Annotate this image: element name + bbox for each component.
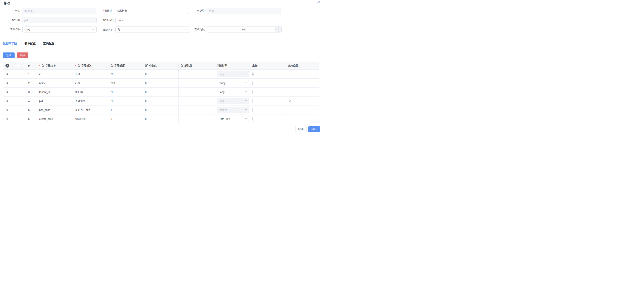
field-table-desc: *表描述 [92, 8, 189, 14]
cell-drag-sort [3, 78, 14, 88]
cell-index: 2 [26, 78, 37, 88]
tree-display-column-input[interactable] [116, 17, 190, 23]
cell-default[interactable] [178, 106, 214, 114]
paging-select[interactable]: 是 [116, 26, 190, 32]
cell-decimal[interactable]: 0 [143, 96, 178, 106]
table-header-row: ? # *字段名称 *字段描述 字段长度 小数点 默认值 字段类型 主键 允许空… [3, 62, 319, 70]
table-desc-input[interactable] [114, 8, 189, 14]
cell-index: 1 [26, 70, 37, 78]
cell-field-name[interactable]: has_child [37, 106, 73, 114]
tab-query-config[interactable]: 查询配置 [43, 42, 54, 45]
cell-field-length[interactable]: 20 [108, 88, 143, 96]
primary-key-checkbox[interactable] [252, 117, 253, 120]
cell-field-length[interactable]: 0 [108, 114, 143, 124]
caret-down-icon [245, 100, 247, 102]
drag-sort-icon[interactable] [6, 100, 8, 103]
cell-primary-key [250, 70, 286, 78]
row-checkbox [16, 72, 17, 76]
cell-decimal[interactable]: 0 [143, 114, 178, 124]
field-tree-pid: *树父ID [2, 17, 96, 23]
field-type-select[interactable]: Long [217, 89, 249, 95]
required-mark: * [75, 64, 76, 67]
cell-default[interactable] [178, 70, 214, 78]
drag-sort-icon[interactable] [6, 118, 8, 120]
tab-divider [3, 48, 319, 48]
field-type-select: Integer [217, 107, 249, 113]
field-type-select[interactable]: DateTime [217, 116, 249, 122]
table-type-select[interactable]: 树表 [206, 8, 281, 14]
cell-field-desc[interactable]: 上级节点 [73, 96, 108, 106]
table-body: 1id主键200Long2name名称2000String3tenant_id租… [3, 70, 319, 124]
field-table-name: *表名 [2, 8, 96, 14]
tab-database-fields[interactable]: 数据库字段 [3, 42, 17, 45]
required-mark: * [103, 9, 104, 12]
cell-field-length[interactable]: 200 [108, 78, 143, 88]
cell-row-select [14, 114, 26, 124]
cell-index: 5 [26, 106, 37, 114]
cell-field-length[interactable]: 20 [108, 96, 143, 106]
cell-decimal[interactable]: 0 [143, 78, 178, 88]
cell-field-desc[interactable]: 租户ID [73, 88, 108, 96]
cell-default[interactable] [178, 96, 214, 106]
row-checkbox[interactable] [16, 82, 17, 85]
cell-field-desc[interactable]: 创建时间 [73, 114, 108, 124]
caret-down-icon [245, 118, 247, 120]
drag-sort-icon[interactable] [6, 73, 8, 76]
form-layout-select[interactable]: 一列 [22, 26, 96, 32]
cell-field-desc[interactable]: 名称 [73, 78, 108, 88]
field-type-select[interactable]: String [217, 80, 249, 86]
drag-sort-icon[interactable] [6, 82, 8, 85]
select-all-checkbox[interactable] [16, 64, 20, 67]
primary-key-checkbox[interactable] [252, 82, 253, 85]
drag-sort-icon[interactable] [6, 91, 8, 94]
primary-key-checkbox [252, 99, 253, 103]
cell-field-name[interactable]: name [37, 78, 73, 88]
cell-drag-sort [3, 88, 14, 96]
cell-decimal[interactable]: 0 [143, 106, 178, 114]
row-checkbox[interactable] [16, 117, 17, 120]
cell-field-desc[interactable]: 是否有子节点 [73, 106, 108, 114]
cell-field-name[interactable]: tenant_id [37, 88, 73, 96]
table-name-input[interactable] [22, 8, 96, 14]
field-label: *表名 [2, 8, 22, 14]
primary-key-checkbox[interactable] [252, 90, 253, 94]
close-icon[interactable]: ✕ [317, 0, 320, 4]
nullable-checkbox[interactable] [288, 117, 288, 120]
step-up-button[interactable] [276, 27, 282, 30]
cell-nullable [286, 88, 319, 96]
confirm-button[interactable]: 确定 [308, 126, 320, 132]
cell-field-length[interactable]: 20 [108, 70, 143, 78]
cell-index: 6 [26, 114, 37, 124]
cancel-button[interactable]: 取消 [295, 126, 306, 132]
cell-default[interactable] [178, 114, 214, 124]
cell-field-name[interactable]: pid [37, 96, 73, 106]
row-checkbox[interactable] [16, 90, 17, 94]
help-icon[interactable]: ? [6, 64, 9, 68]
cell-default[interactable] [178, 78, 214, 88]
tab-form-config[interactable]: 表单配置 [24, 42, 36, 45]
cell-drag-sort [3, 106, 14, 114]
cell-field-length[interactable]: 1 [108, 106, 143, 114]
drag-sort-icon[interactable] [6, 109, 8, 112]
delete-button[interactable]: 删除 [16, 52, 28, 58]
header-index: # [26, 62, 37, 70]
tree-parent-id-input[interactable] [22, 17, 96, 23]
edit-table-dialog: 修改 ✕ *表名 *表描述 表类型 树表 *树父ID *树展示列 表单布局 一列… [0, 0, 322, 146]
header-field-type: 字段类型 [214, 62, 250, 70]
cell-field-name[interactable]: id [37, 70, 73, 78]
header-decimal: 小数点 [143, 62, 178, 70]
nullable-checkbox[interactable] [288, 90, 288, 94]
cell-field-type: DateTime [214, 114, 250, 124]
active-tab-indicator [3, 48, 16, 48]
form-width-stepper[interactable]: 800 [206, 26, 282, 32]
nullable-checkbox[interactable] [288, 82, 288, 85]
cell-default[interactable] [178, 88, 214, 96]
cell-field-desc[interactable]: 主键 [73, 70, 108, 78]
cell-field-name[interactable]: create_time [37, 114, 73, 124]
add-button[interactable]: 新增 [3, 52, 14, 58]
step-down-button[interactable] [276, 30, 282, 32]
cell-field-type: Integer [214, 106, 250, 114]
field-label: 表单布局 [2, 26, 22, 32]
cell-decimal[interactable]: 0 [143, 88, 178, 96]
cell-decimal[interactable]: 0 [143, 70, 178, 78]
